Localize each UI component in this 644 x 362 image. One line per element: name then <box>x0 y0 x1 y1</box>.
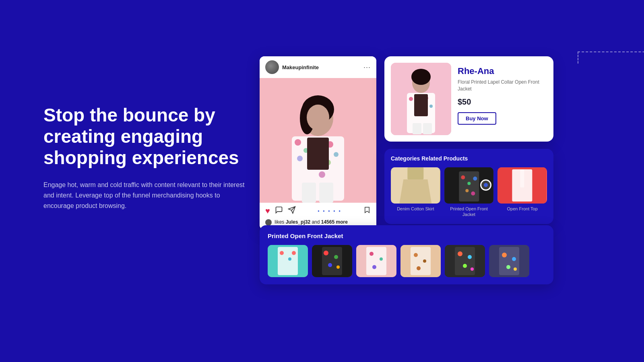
svg-point-64 <box>423 259 426 263</box>
share-icon[interactable] <box>288 206 296 216</box>
product-info: Rhe-Ana Floral Printed Lapel Collar Open… <box>458 63 547 125</box>
jacket-row-items <box>268 245 545 277</box>
svg-rect-73 <box>499 247 519 275</box>
instagram-avatar <box>265 60 279 74</box>
jacket-thumb-4[interactable] <box>400 245 441 277</box>
svg-point-49 <box>292 251 296 255</box>
svg-point-40 <box>465 189 469 192</box>
carousel-dots-icon[interactable]: ● ● ● ● ● <box>318 209 342 213</box>
save-icon[interactable] <box>363 206 371 216</box>
model-svg <box>260 78 376 203</box>
left-content-section: Stop the bounce by creating engaging sho… <box>43 105 245 212</box>
category-label-top: Open Front Top <box>497 206 547 212</box>
svg-point-48 <box>288 257 291 261</box>
product-name: Rhe-Ana <box>458 66 547 76</box>
jacket-row-title: Printed Open Front Jacket <box>268 232 545 239</box>
categories-title: Categories Related Products <box>391 155 547 162</box>
svg-point-59 <box>380 257 383 261</box>
instagram-image <box>260 78 376 203</box>
svg-rect-62 <box>411 247 431 275</box>
svg-rect-14 <box>302 183 316 203</box>
svg-rect-31 <box>423 123 432 134</box>
instagram-card: Makeupinfinite ··· <box>260 56 376 230</box>
svg-marker-34 <box>399 179 431 204</box>
svg-rect-30 <box>413 123 421 134</box>
svg-rect-15 <box>319 183 333 203</box>
svg-point-37 <box>461 175 465 179</box>
svg-point-4 <box>307 105 329 130</box>
buy-now-button[interactable]: Buy Now <box>458 112 496 125</box>
category-label-skirt: Denim Cotton Skirt <box>391 206 440 212</box>
product-image <box>391 63 451 135</box>
svg-point-13 <box>319 171 325 178</box>
instagram-more-icon[interactable]: ··· <box>363 63 371 72</box>
svg-rect-57 <box>366 247 386 275</box>
product-image-svg <box>391 63 451 135</box>
svg-point-39 <box>473 177 477 181</box>
jacket-thumb-5[interactable] <box>445 245 485 277</box>
heart-icon[interactable]: ♥ <box>265 206 270 216</box>
svg-point-24 <box>409 97 413 101</box>
category-image-skirt <box>391 167 440 204</box>
svg-rect-67 <box>455 247 475 275</box>
product-price: $50 <box>458 97 547 107</box>
svg-point-75 <box>512 257 516 261</box>
svg-marker-19 <box>365 207 369 213</box>
product-card: Rhe-Ana Floral Printed Lapel Collar Open… <box>384 56 553 142</box>
svg-point-10 <box>334 152 339 157</box>
svg-point-69 <box>468 255 472 259</box>
instagram-likes-count: 14565 <box>321 219 334 225</box>
instagram-likes-user: Jules_pj32 <box>286 219 310 225</box>
svg-point-55 <box>336 265 340 269</box>
instagram-avatar-small <box>265 219 272 226</box>
svg-point-52 <box>324 251 328 255</box>
category-image-top <box>497 167 547 204</box>
jacket-thumb-2[interactable] <box>312 245 352 277</box>
jacket-row-card: Printed Open Front Jacket <box>260 225 553 284</box>
svg-point-41 <box>471 191 475 195</box>
svg-point-77 <box>514 267 517 271</box>
svg-point-71 <box>471 267 474 271</box>
svg-point-47 <box>280 251 284 255</box>
jacket-thumb-1[interactable] <box>268 245 308 277</box>
svg-point-65 <box>417 266 421 270</box>
main-heading: Stop the bounce by creating engaging sho… <box>43 105 245 169</box>
category-item-skirt[interactable]: Denim Cotton Skirt <box>391 167 440 218</box>
sub-text: Engage hot, warm and cold traffic with c… <box>43 180 245 212</box>
svg-point-8 <box>297 156 303 161</box>
svg-point-53 <box>334 255 338 259</box>
instagram-likes-more: more <box>336 219 347 225</box>
product-description: Floral Printed Lapel Collar Open Front J… <box>458 79 547 93</box>
comment-icon[interactable] <box>275 206 283 216</box>
svg-point-58 <box>369 252 374 256</box>
svg-point-22 <box>411 69 431 85</box>
categories-items: Denim Cotton Skirt <box>391 167 547 218</box>
svg-point-68 <box>458 251 462 256</box>
instagram-header: Makeupinfinite ··· <box>260 56 376 78</box>
svg-point-27 <box>429 105 433 108</box>
svg-point-74 <box>502 253 507 257</box>
svg-point-38 <box>467 182 471 185</box>
svg-point-6 <box>295 139 301 146</box>
svg-rect-29 <box>414 94 428 116</box>
jacket-thumb-3[interactable] <box>356 245 396 277</box>
svg-rect-16 <box>307 138 329 170</box>
category-item-top[interactable]: Open Front Top <box>497 167 547 218</box>
svg-point-60 <box>372 265 376 269</box>
svg-rect-46 <box>278 247 298 275</box>
instagram-username: Makeupinfinite <box>282 64 319 70</box>
svg-rect-44 <box>520 169 524 187</box>
instagram-action-left: ♥ <box>265 206 296 216</box>
svg-rect-33 <box>407 167 423 179</box>
instagram-actions: ♥ ● ● ● ● ● <box>260 203 376 218</box>
category-label-jacket: Printed Open Front Jacket <box>444 206 494 218</box>
svg-point-54 <box>328 263 332 267</box>
dashed-box-top <box>578 51 644 64</box>
svg-point-70 <box>463 264 467 268</box>
jacket-thumb-6[interactable] <box>489 245 529 277</box>
instagram-header-left: Makeupinfinite <box>265 60 319 74</box>
category-item-jacket[interactable]: Printed Open Front Jacket <box>444 167 494 218</box>
svg-point-63 <box>414 253 418 257</box>
svg-point-76 <box>506 265 510 269</box>
right-section: ▼ Makeupinfinite ··· <box>260 24 622 354</box>
